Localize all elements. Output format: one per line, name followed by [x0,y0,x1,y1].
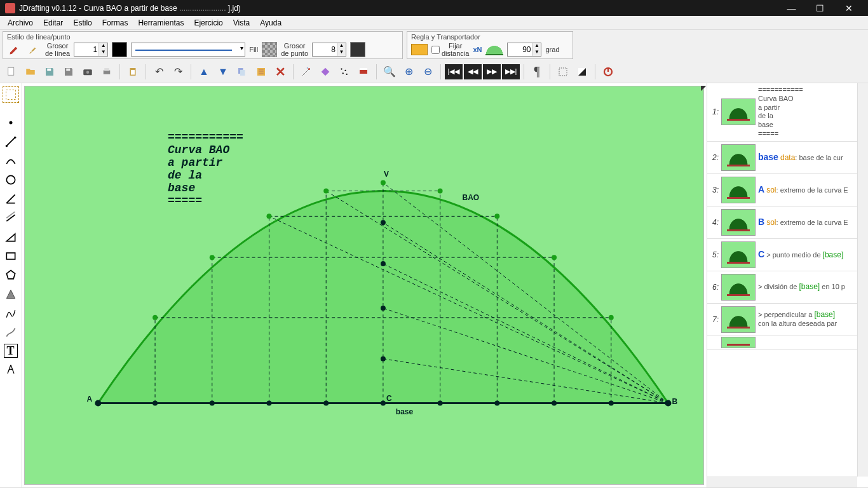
drawing-canvas[interactable]: V A B C BAO base =========== Curva BAO a… [24,86,704,485]
scrollbar-vertical[interactable] [857,83,868,477]
parallel-tool[interactable] [3,210,18,226]
step-index: 2: [710,153,719,162]
zoom-in-button[interactable]: ⊕ [400,63,417,81]
point-color-swatch[interactable] [350,42,365,57]
close-button[interactable]: ✕ [834,0,863,16]
label-v: V [384,170,389,179]
angle-unit-label: grad [545,46,559,53]
svg-point-30 [6,176,15,184]
step-item[interactable]: 5: C > punto medio de [base] [707,239,868,271]
arc-tool[interactable] [3,153,18,168]
step-description: base data: base de la cur [758,152,843,163]
svg-point-77 [323,189,329,194]
svg-line-27 [6,138,15,146]
polygon-tool[interactable] [3,268,18,283]
menu-vista[interactable]: Vista [228,17,255,29]
triangle-tool[interactable] [3,229,18,245]
first-button[interactable]: |◀◀ [445,64,463,79]
brush-icon[interactable] [26,42,41,57]
paragraph-button[interactable]: ¶ [528,63,546,81]
angle-spinner[interactable]: ▲▼ [507,43,541,57]
step-thumbnail [721,306,756,333]
invert-button[interactable] [573,63,591,81]
zoom-out-button[interactable]: ⊖ [419,63,437,81]
print-button[interactable] [98,63,116,81]
freehand-tool[interactable] [3,325,18,340]
step-thumbnail [721,144,756,171]
title-bar: JDrafting v0.1.12 - Curva BAO a partir d… [0,0,868,16]
spline-tool[interactable] [3,306,18,321]
step-item[interactable]: 3: A sol: extremo de la curva E [707,174,868,207]
scrollbar-horizontal[interactable] [707,477,857,487]
new-button[interactable] [3,63,20,81]
steps-list[interactable]: 1: ===========Curva BAOa partirde labase… [707,83,868,487]
svg-point-64 [609,401,614,406]
line-width-spinner[interactable]: ▲▼ [74,43,108,57]
step-description: > división de [base] en 10 p [758,282,845,292]
maximize-button[interactable]: ☐ [806,0,834,16]
svg-rect-0 [8,67,14,75]
step-item[interactable]: 2: base data: base de la cur [707,142,868,174]
notes-button[interactable] [252,63,270,81]
screenshot-button[interactable] [79,63,97,81]
step-item[interactable]: 4: B sol: extremo de la curva E [707,207,868,239]
select-tool[interactable] [3,87,18,102]
fix-distance-checkbox[interactable]: Fijar distancia [431,42,469,57]
protractor-icon[interactable] [485,44,503,55]
redo-button[interactable]: ↷ [169,63,187,81]
minimize-button[interactable]: — [777,0,806,16]
angle-tool[interactable] [3,191,18,207]
ruler-icon[interactable] [411,44,428,55]
fill-swatch[interactable] [262,42,277,57]
delete-button[interactable]: ✕ [271,63,289,81]
point-tool[interactable] [3,115,18,130]
menu-editar[interactable]: Editar [38,17,68,29]
paste-button[interactable] [124,63,142,81]
zoom-fit-button[interactable]: 🔍 [381,63,398,81]
line-color-swatch[interactable] [112,42,127,57]
menu-herramientas[interactable]: Herramientas [133,17,189,29]
xn-label[interactable]: xN [473,46,482,53]
prev-button[interactable]: ◀◀ [464,64,482,79]
step-item[interactable]: 7: > perpendicular a [base]con la altura… [707,304,868,336]
circle-tool[interactable] [3,172,18,187]
step-item[interactable]: 1: ===========Curva BAOa partirde labase… [707,83,868,142]
menu-ejercicio[interactable]: Ejercicio [189,17,227,29]
move-down-button[interactable]: ▼ [214,63,232,81]
eyedropper-icon[interactable] [7,42,22,57]
compass-tool[interactable] [3,362,18,377]
point-width-spinner[interactable]: ▲▼ [312,43,346,57]
open-button[interactable] [22,63,39,81]
flag-button[interactable] [355,63,372,81]
menu-formas[interactable]: Formas [97,17,133,29]
move-up-button[interactable]: ▲ [195,63,213,81]
label-a: A [86,395,92,404]
resize-handle-icon[interactable]: ◤ [701,84,706,92]
main-toolbar: ↶ ↷ ▲ ▼ ✕ 🔍 ⊕ ⊖ |◀◀ ◀◀ ▶▶ ▶▶| ¶ [0,60,868,83]
line-tool[interactable] [3,134,18,149]
grid-button[interactable] [554,63,572,81]
menu-estilo[interactable]: Estilo [68,17,97,29]
step-item[interactable]: 6: > división de [base] en 10 p [707,271,868,304]
power-button[interactable] [599,63,617,81]
cone-tool[interactable] [3,287,18,302]
menu-archivo[interactable]: Archivo [3,17,38,29]
save-button[interactable] [41,63,58,81]
rectangle-tool[interactable] [3,248,18,264]
label-c: C [386,395,392,403]
next-button[interactable]: ▶▶ [483,64,501,79]
step-index: 3: [710,186,719,194]
svg-point-76 [494,214,499,219]
text-tool[interactable]: T [4,344,18,358]
label-base: base [396,408,414,417]
scatter-button[interactable] [336,63,353,81]
menu-ayuda[interactable]: Ayuda [255,17,287,29]
last-button[interactable]: ▶▶| [502,64,520,79]
copy-button[interactable] [233,63,251,81]
wand-button[interactable] [297,63,315,81]
undo-button[interactable]: ↶ [150,63,168,81]
color-tool-button[interactable] [316,63,334,81]
svg-point-58 [266,401,271,406]
line-style-dropdown[interactable]: ▾ [131,43,245,57]
save-as-button[interactable] [60,63,78,81]
